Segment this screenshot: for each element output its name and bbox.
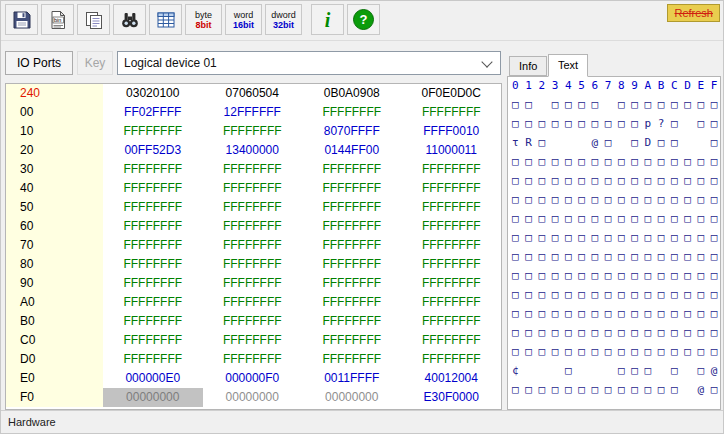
hex-cell[interactable]: FF02FFFF <box>103 103 203 122</box>
hex-cell[interactable]: E30F0000 <box>402 388 502 407</box>
hex-cell[interactable]: FFFFFFFF <box>203 255 303 274</box>
device-select[interactable]: Logical device 01 <box>117 51 501 75</box>
hex-cell[interactable]: FFFFFFFF <box>203 312 303 331</box>
hex-cell[interactable]: FFFFFFFF <box>203 274 303 293</box>
hex-cell[interactable]: FFFFFFFF <box>103 274 203 293</box>
hex-cell[interactable]: 00000000 <box>203 388 303 407</box>
hex-cell[interactable]: FFFFFFFF <box>302 217 402 236</box>
hex-cell[interactable]: FFFFFFFF <box>302 350 402 369</box>
word-label: word <box>234 10 254 20</box>
search-button[interactable] <box>113 4 146 35</box>
hex-cell[interactable]: FFFFFFFF <box>103 255 203 274</box>
hex-row: C0FFFFFFFFFFFFFFFFFFFFFFFFFFFFFFFF <box>6 331 501 350</box>
svg-text:bin: bin <box>54 17 61 23</box>
hex-cell[interactable]: 00FF52D3 <box>103 141 203 160</box>
hex-row: A0FFFFFFFFFFFFFFFFFFFFFFFFFFFFFFFF <box>6 293 501 312</box>
hex-cell[interactable]: FFFFFFFF <box>103 312 203 331</box>
hex-cell[interactable]: 00000000 <box>302 388 402 407</box>
hex-cell[interactable]: FFFFFFFF <box>402 236 502 255</box>
text-row: □ □ □ □ □ □ □ □ □ □ □ □ □ □ □ □ <box>508 323 720 342</box>
help-button[interactable]: ? <box>347 4 380 35</box>
help-icon: ? <box>353 9 374 30</box>
hex-cell[interactable]: FFFFFFFF <box>402 293 502 312</box>
refresh-button[interactable]: Refresh <box>667 4 720 22</box>
hex-cell[interactable]: FFFFFFFF <box>402 274 502 293</box>
hex-cell[interactable]: FFFFFFFF <box>302 312 402 331</box>
hex-cell[interactable]: FFFFFFFF <box>302 179 402 198</box>
hex-cell[interactable]: 0144FF00 <box>302 141 402 160</box>
text-row: □ □ □ □ □ □ □ □ □ □ p ? □ □ □ <box>508 114 720 133</box>
save-button[interactable] <box>5 4 38 35</box>
hex-cell[interactable]: FFFFFFFF <box>103 293 203 312</box>
hex-cell[interactable]: FFFFFFFF <box>103 160 203 179</box>
info-button[interactable]: i <box>311 4 344 35</box>
hex-cell[interactable]: FFFFFFFF <box>103 122 203 141</box>
hex-row: F0000000000000000000000000E30F0000 <box>6 388 501 407</box>
hex-cell[interactable]: 000000E0 <box>103 369 203 388</box>
hex-cell[interactable]: FFFFFFFF <box>302 236 402 255</box>
hex-cell[interactable]: FFFFFFFF <box>203 293 303 312</box>
hex-cell[interactable]: FFFFFFFF <box>203 217 303 236</box>
hex-cell[interactable]: FFFFFFFF <box>103 198 203 217</box>
tab-info[interactable]: Info <box>509 56 547 76</box>
io-ports-button[interactable]: IO Ports <box>5 51 73 75</box>
hex-cell[interactable]: FFFFFFFF <box>302 274 402 293</box>
hex-cell[interactable]: FFFFFFFF <box>302 198 402 217</box>
hex-cell[interactable]: 11000011 <box>402 141 502 160</box>
hex-cell[interactable]: FFFFFFFF <box>103 350 203 369</box>
hex-cell[interactable]: FFFFFFFF <box>402 179 502 198</box>
copy-button[interactable] <box>77 4 110 35</box>
row-offset-label: 70 <box>6 236 103 255</box>
hex-cell[interactable]: 8070FFFF <box>302 122 402 141</box>
text-row: □ □ □ □ □ □ □ □ □ □ □ □ □ □ □ □ <box>508 209 720 228</box>
hex-dump-table: 240 03020100 07060504 0B0A0908 0F0E0D0C … <box>5 83 502 410</box>
hex-cell[interactable]: 0011FFFF <box>302 369 402 388</box>
hex-cell[interactable]: FFFF0010 <box>402 122 502 141</box>
hex-cell[interactable]: 40012004 <box>402 369 502 388</box>
status-bar: Hardware <box>1 410 723 433</box>
hex-cell[interactable]: FFFFFFFF <box>402 312 502 331</box>
hex-cell[interactable]: 000000F0 <box>203 369 303 388</box>
hex-cell[interactable]: FFFFFFFF <box>203 331 303 350</box>
hex-cell[interactable]: FFFFFFFF <box>402 350 502 369</box>
hex-cell[interactable]: FFFFFFFF <box>302 160 402 179</box>
hex-cell[interactable]: FFFFFFFF <box>103 331 203 350</box>
key-button[interactable]: Key <box>77 51 113 75</box>
hex-row: D0FFFFFFFFFFFFFFFFFFFFFFFFFFFFFFFF <box>6 350 501 369</box>
hex-cell[interactable]: FFFFFFFF <box>402 103 502 122</box>
hex-cell[interactable]: FFFFFFFF <box>203 350 303 369</box>
word-16bit-button[interactable]: word 16bit <box>225 4 262 35</box>
hex-cell[interactable]: FFFFFFFF <box>103 236 203 255</box>
text-row: □ □ □ □ □ □ □ □ □ □ □ □ □ □ □ □ <box>508 266 720 285</box>
hex-row: E0000000E0000000F00011FFFF40012004 <box>6 369 501 388</box>
hex-cell[interactable]: FFFFFFFF <box>402 255 502 274</box>
row-offset-label: 20 <box>6 141 103 160</box>
hex-cell[interactable]: FFFFFFFF <box>103 217 203 236</box>
hex-cell[interactable]: FFFFFFFF <box>203 122 303 141</box>
hex-cell[interactable]: FFFFFFFF <box>103 179 203 198</box>
hex-cell[interactable]: FFFFFFFF <box>302 293 402 312</box>
hex-cell[interactable]: FFFFFFFF <box>402 198 502 217</box>
hex-cell[interactable]: FFFFFFFF <box>203 198 303 217</box>
dword-32bit-button[interactable]: dword 32bit <box>265 4 302 35</box>
bin-file-button[interactable]: bin <box>41 4 74 35</box>
hex-cell[interactable]: 00000000 <box>103 388 203 407</box>
hex-cell[interactable]: FFFFFFFF <box>402 217 502 236</box>
base-offset-label: 240 <box>6 84 103 103</box>
hex-cell[interactable]: FFFFFFFF <box>302 103 402 122</box>
text-row: □ □ □ □ □ □ □ □ □ □ □ □ □ □ <box>508 95 720 114</box>
hex-row: 90FFFFFFFFFFFFFFFFFFFFFFFFFFFFFFFF <box>6 274 501 293</box>
tab-text[interactable]: Text <box>548 54 588 77</box>
byte-8bit-label: 8bit <box>195 20 211 30</box>
grid-view-button[interactable] <box>149 4 182 35</box>
hex-cell[interactable]: FFFFFFFF <box>302 255 402 274</box>
hex-cell[interactable]: 13400000 <box>203 141 303 160</box>
hex-cell[interactable]: FFFFFFFF <box>203 160 303 179</box>
byte-8bit-button[interactable]: byte 8bit <box>185 4 222 35</box>
hex-cell[interactable]: FFFFFFFF <box>402 331 502 350</box>
hex-cell[interactable]: 12FFFFFF <box>203 103 303 122</box>
hex-cell[interactable]: FFFFFFFF <box>203 179 303 198</box>
hex-cell[interactable]: FFFFFFFF <box>302 331 402 350</box>
hex-cell[interactable]: FFFFFFFF <box>203 236 303 255</box>
hex-cell[interactable]: FFFFFFFF <box>402 160 502 179</box>
